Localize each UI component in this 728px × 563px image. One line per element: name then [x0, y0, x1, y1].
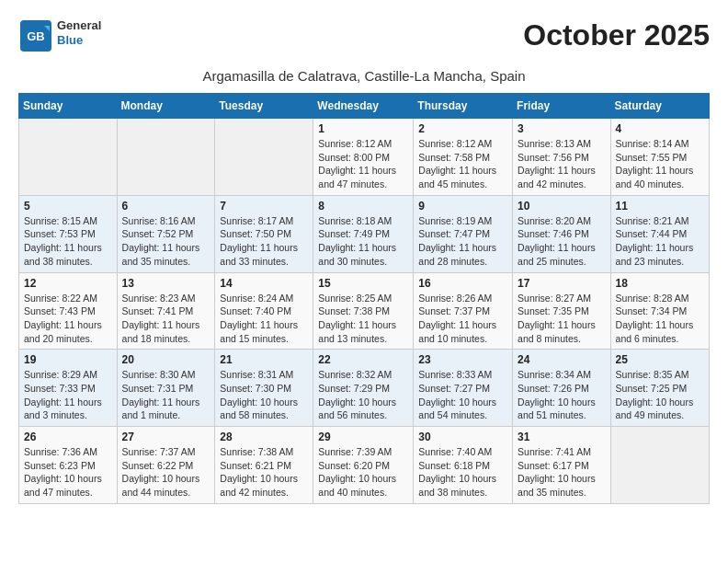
day-number: 13: [122, 277, 210, 290]
week-row-2: 5Sunrise: 8:15 AM Sunset: 7:53 PM Daylig…: [19, 195, 710, 272]
day-cell: [19, 119, 118, 196]
day-cell: 24Sunrise: 8:34 AM Sunset: 7:26 PM Dayli…: [513, 350, 611, 427]
day-cell: 19Sunrise: 8:29 AM Sunset: 7:33 PM Dayli…: [19, 350, 118, 427]
day-cell: 26Sunrise: 7:36 AM Sunset: 6:23 PM Dayli…: [19, 427, 118, 504]
day-number: 12: [24, 277, 112, 290]
day-cell: 18Sunrise: 8:28 AM Sunset: 7:34 PM Dayli…: [610, 272, 709, 350]
day-number: 9: [418, 200, 507, 213]
day-number: 23: [418, 353, 507, 366]
calendar-table: SundayMondayTuesdayWednesdayThursdayFrid…: [18, 93, 710, 504]
header-friday: Friday: [513, 94, 611, 119]
location-subtitle: Argamasilla de Calatrava, Castille-La Ma…: [18, 68, 710, 84]
svg-text:GB: GB: [27, 29, 45, 43]
day-cell: [610, 427, 709, 504]
day-cell: 27Sunrise: 7:37 AM Sunset: 6:22 PM Dayli…: [117, 427, 215, 504]
day-number: 22: [318, 353, 408, 366]
day-number: 2: [418, 122, 507, 135]
day-number: 18: [616, 277, 704, 290]
day-info: Sunrise: 7:39 AM Sunset: 6:20 PM Dayligh…: [318, 445, 408, 500]
day-info: Sunrise: 8:25 AM Sunset: 7:38 PM Dayligh…: [318, 292, 408, 346]
day-cell: 17Sunrise: 8:27 AM Sunset: 7:35 PM Dayli…: [513, 272, 611, 350]
day-number: 8: [318, 200, 408, 213]
day-number: 31: [518, 431, 606, 443]
logo: GB General Blue: [18, 18, 101, 57]
logo-general: General: [57, 18, 101, 33]
day-cell: 31Sunrise: 7:41 AM Sunset: 6:17 PM Dayli…: [513, 427, 611, 504]
calendar-header: SundayMondayTuesdayWednesdayThursdayFrid…: [19, 94, 710, 119]
day-number: 5: [24, 200, 112, 213]
day-info: Sunrise: 8:27 AM Sunset: 7:35 PM Dayligh…: [518, 292, 606, 346]
day-cell: 21Sunrise: 8:31 AM Sunset: 7:30 PM Dayli…: [215, 350, 313, 427]
day-info: Sunrise: 8:33 AM Sunset: 7:27 PM Dayligh…: [418, 368, 507, 422]
header-monday: Monday: [117, 94, 215, 119]
day-number: 7: [220, 200, 308, 213]
day-info: Sunrise: 7:38 AM Sunset: 6:21 PM Dayligh…: [220, 445, 308, 500]
day-number: 20: [122, 353, 210, 366]
day-info: Sunrise: 8:29 AM Sunset: 7:33 PM Dayligh…: [24, 368, 112, 422]
day-number: 28: [220, 431, 308, 443]
day-cell: 2Sunrise: 8:12 AM Sunset: 7:58 PM Daylig…: [414, 119, 513, 196]
day-cell: 15Sunrise: 8:25 AM Sunset: 7:38 PM Dayli…: [313, 272, 414, 350]
day-number: 24: [518, 353, 606, 366]
header-wednesday: Wednesday: [313, 94, 414, 119]
day-cell: 12Sunrise: 8:22 AM Sunset: 7:43 PM Dayli…: [19, 272, 118, 350]
day-info: Sunrise: 8:19 AM Sunset: 7:47 PM Dayligh…: [418, 214, 507, 269]
day-info: Sunrise: 8:21 AM Sunset: 7:44 PM Dayligh…: [616, 214, 704, 269]
day-number: 4: [616, 122, 704, 135]
day-info: Sunrise: 7:41 AM Sunset: 6:17 PM Dayligh…: [518, 445, 606, 500]
header-tuesday: Tuesday: [215, 94, 313, 119]
day-cell: 1Sunrise: 8:12 AM Sunset: 8:00 PM Daylig…: [313, 119, 414, 196]
day-number: 3: [518, 122, 606, 135]
day-info: Sunrise: 8:13 AM Sunset: 7:56 PM Dayligh…: [518, 137, 606, 191]
header-thursday: Thursday: [414, 94, 513, 119]
day-info: Sunrise: 8:30 AM Sunset: 7:31 PM Dayligh…: [122, 368, 210, 422]
day-number: 6: [122, 200, 210, 213]
week-row-4: 19Sunrise: 8:29 AM Sunset: 7:33 PM Dayli…: [19, 350, 710, 427]
day-cell: [117, 119, 215, 196]
day-info: Sunrise: 8:18 AM Sunset: 7:49 PM Dayligh…: [318, 214, 408, 269]
day-cell: [215, 119, 313, 196]
day-info: Sunrise: 7:37 AM Sunset: 6:22 PM Dayligh…: [122, 445, 210, 500]
day-info: Sunrise: 8:35 AM Sunset: 7:25 PM Dayligh…: [616, 368, 704, 422]
day-info: Sunrise: 8:28 AM Sunset: 7:34 PM Dayligh…: [616, 292, 704, 346]
day-number: 14: [220, 277, 308, 290]
header-saturday: Saturday: [610, 94, 709, 119]
day-number: 25: [616, 353, 704, 366]
day-info: Sunrise: 8:16 AM Sunset: 7:52 PM Dayligh…: [122, 214, 210, 269]
day-cell: 5Sunrise: 8:15 AM Sunset: 7:53 PM Daylig…: [19, 195, 118, 272]
day-cell: 8Sunrise: 8:18 AM Sunset: 7:49 PM Daylig…: [313, 195, 414, 272]
day-info: Sunrise: 8:23 AM Sunset: 7:41 PM Dayligh…: [122, 292, 210, 346]
day-info: Sunrise: 7:40 AM Sunset: 6:18 PM Dayligh…: [418, 445, 507, 500]
day-cell: 23Sunrise: 8:33 AM Sunset: 7:27 PM Dayli…: [414, 350, 513, 427]
day-cell: 6Sunrise: 8:16 AM Sunset: 7:52 PM Daylig…: [117, 195, 215, 272]
day-cell: 14Sunrise: 8:24 AM Sunset: 7:40 PM Dayli…: [215, 272, 313, 350]
day-info: Sunrise: 8:26 AM Sunset: 7:37 PM Dayligh…: [418, 292, 507, 346]
day-cell: 29Sunrise: 7:39 AM Sunset: 6:20 PM Dayli…: [313, 427, 414, 504]
day-info: Sunrise: 8:20 AM Sunset: 7:46 PM Dayligh…: [518, 214, 606, 269]
day-info: Sunrise: 8:12 AM Sunset: 8:00 PM Dayligh…: [318, 137, 408, 191]
day-info: Sunrise: 8:22 AM Sunset: 7:43 PM Dayligh…: [24, 292, 112, 346]
day-number: 16: [418, 277, 507, 290]
day-info: Sunrise: 8:32 AM Sunset: 7:29 PM Dayligh…: [318, 368, 408, 422]
day-number: 27: [122, 431, 210, 443]
day-number: 19: [24, 353, 112, 366]
day-cell: 10Sunrise: 8:20 AM Sunset: 7:46 PM Dayli…: [513, 195, 611, 272]
day-info: Sunrise: 8:12 AM Sunset: 7:58 PM Dayligh…: [418, 137, 507, 191]
day-number: 21: [220, 353, 308, 366]
day-number: 11: [616, 200, 704, 213]
day-cell: 28Sunrise: 7:38 AM Sunset: 6:21 PM Dayli…: [215, 427, 313, 504]
day-cell: 4Sunrise: 8:14 AM Sunset: 7:55 PM Daylig…: [610, 119, 709, 196]
day-info: Sunrise: 8:24 AM Sunset: 7:40 PM Dayligh…: [220, 292, 308, 346]
week-row-5: 26Sunrise: 7:36 AM Sunset: 6:23 PM Dayli…: [19, 427, 710, 504]
day-number: 17: [518, 277, 606, 290]
day-info: Sunrise: 7:36 AM Sunset: 6:23 PM Dayligh…: [24, 445, 112, 500]
day-cell: 9Sunrise: 8:19 AM Sunset: 7:47 PM Daylig…: [414, 195, 513, 272]
calendar-title: October 2025: [523, 18, 710, 52]
day-number: 10: [518, 200, 606, 213]
day-number: 15: [318, 277, 408, 290]
day-number: 29: [318, 431, 408, 443]
day-info: Sunrise: 8:31 AM Sunset: 7:30 PM Dayligh…: [220, 368, 308, 422]
day-number: 1: [318, 122, 408, 135]
week-row-3: 12Sunrise: 8:22 AM Sunset: 7:43 PM Dayli…: [19, 272, 710, 350]
day-info: Sunrise: 8:14 AM Sunset: 7:55 PM Dayligh…: [616, 137, 704, 191]
